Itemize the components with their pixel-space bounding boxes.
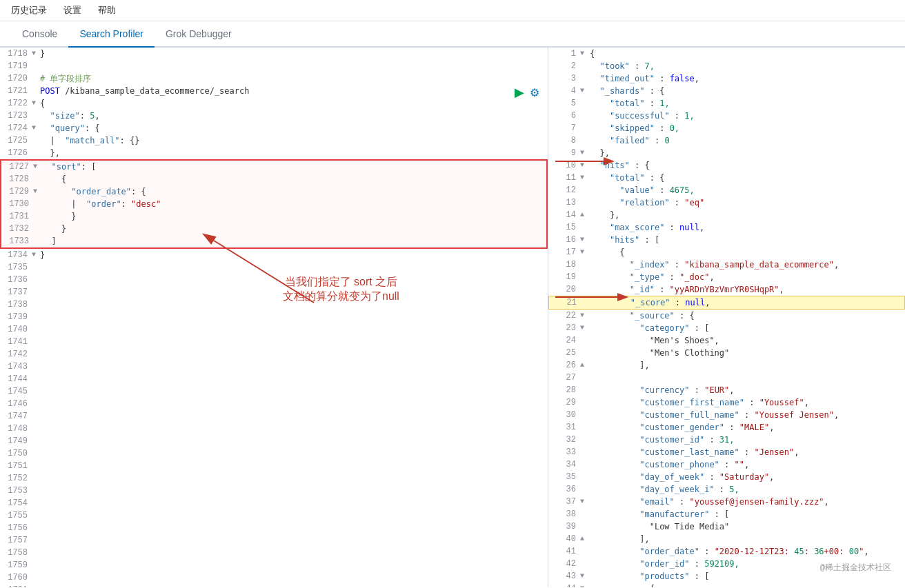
json-line-37: 37 ▼ "email" : "youssef@jensen-family.zz… <box>548 496 905 508</box>
json-line-31: 31 "customer_gender" : "MALE", <box>548 421 905 434</box>
code-line-1726: 1726 }, <box>0 147 548 159</box>
json-line-24: 24 "Men's Shoes", <box>548 334 905 347</box>
json-line-14: 14 ▲ }, <box>548 209 905 221</box>
tab-grok-debugger[interactable]: Grok Debugger <box>155 21 243 48</box>
json-line-12: 12 "value" : 4675, <box>548 184 905 196</box>
json-line-33: 33 "customer_last_name" : "Jensen", <box>548 446 905 458</box>
json-line-38: 38 "manufacturer" : [ <box>548 508 905 520</box>
json-line-35: 35 "day_of_week" : "Saturday", <box>548 471 905 483</box>
code-line-1718: 1718 ▼ } <box>0 48 548 60</box>
main-content: 1718 ▼ } 1719 1720 # 单字段排序 1721 POST /ki… <box>0 48 905 587</box>
json-line-2: 2 "took" : 7, <box>548 60 905 72</box>
code-line-1722: 1722 ▼ { <box>0 97 548 110</box>
code-line-1747: 1747 <box>0 410 548 423</box>
json-line-11: 11 ▼ "total" : { <box>548 172 905 184</box>
json-line-4: 4 ▼ "_shards" : { <box>548 85 905 97</box>
json-line-26: 26 ▲ ], <box>548 359 905 372</box>
json-line-32: 32 "customer_id" : 31, <box>548 434 905 446</box>
code-line-1724: 1724 ▼ "query": { <box>0 122 548 134</box>
json-line-39: 39 "Low Tide Media" <box>548 520 905 533</box>
code-line-1757: 1757 <box>0 534 548 547</box>
code-line-1727: 1727 ▼ "sort": [ <box>0 159 548 173</box>
tab-bar: Console Search Profiler Grok Debugger <box>0 21 905 48</box>
json-line-44: 44 ▼ { <box>548 582 905 587</box>
code-line-1749: 1749 <box>0 435 548 447</box>
watermark: @稀土掘金技术社区 <box>820 562 891 574</box>
code-line-1746: 1746 <box>0 398 548 410</box>
code-line-1761: 1761 <box>0 584 548 587</box>
tab-console[interactable]: Console <box>11 21 68 48</box>
code-line-1733: 1733 ] <box>0 235 548 249</box>
json-line-41: 41 "order_date" : "2020-12-12T23: 45: 36… <box>548 545 905 558</box>
json-line-20: 20 "_id" : "yyARDnYBzVmrYR0SHqpR", <box>548 283 905 296</box>
code-line-1752: 1752 <box>0 472 548 485</box>
json-line-23: 23 ▼ "category" : [ <box>548 322 905 334</box>
json-output-content[interactable]: 1 ▼ { 2 "took" : 7, 3 "timed_out" : fals… <box>548 48 905 587</box>
code-line-1720: 1720 # 单字段排序 <box>0 72 548 85</box>
code-line-1759: 1759 <box>0 559 548 571</box>
json-line-13: 13 "relation" : "eq" <box>548 196 905 209</box>
code-line-1748: 1748 <box>0 423 548 435</box>
json-line-16: 16 ▼ "hits" : [ <box>548 234 905 246</box>
code-editor-content[interactable]: 1718 ▼ } 1719 1720 # 单字段排序 1721 POST /ki… <box>0 48 548 587</box>
json-line-15: 15 "max_score" : null, <box>548 221 905 234</box>
editor-toolbar: ▶ ⚙ <box>515 85 539 100</box>
code-line-1734: 1734 ▼ } <box>0 249 548 261</box>
menu-settings[interactable]: 设置 <box>61 3 84 18</box>
code-line-1753: 1753 <box>0 485 548 497</box>
code-line-1758: 1758 <box>0 547 548 559</box>
code-line-1721: 1721 POST /kibana_sample_data_ecommerce/… <box>0 85 548 97</box>
code-line-1760: 1760 <box>0 571 548 584</box>
code-line-1751: 1751 <box>0 460 548 472</box>
tab-search-profiler[interactable]: Search Profiler <box>68 21 155 48</box>
code-line-1730: 1730 | "order": "desc" <box>0 198 548 210</box>
code-line-1740: 1740 <box>0 323 548 336</box>
json-line-36: 36 "day_of_week_i" : 5, <box>548 483 905 496</box>
code-line-1754: 1754 <box>0 497 548 509</box>
code-line-1739: 1739 <box>0 311 548 323</box>
code-line-1756: 1756 <box>0 522 548 534</box>
code-line-1725: 1725 | "match_all": {} <box>0 134 548 147</box>
code-line-1731: 1731 } <box>0 210 548 223</box>
code-line-1742: 1742 <box>0 348 548 361</box>
menu-help[interactable]: 帮助 <box>95 3 119 18</box>
json-line-6: 6 "successful" : 1, <box>548 110 905 122</box>
json-line-29: 29 "customer_first_name" : "Youssef", <box>548 396 905 409</box>
menu-bar: 历史记录 设置 帮助 <box>0 0 905 21</box>
json-line-3: 3 "timed_out" : false, <box>548 72 905 85</box>
code-line-1737: 1737 <box>0 286 548 298</box>
code-line-1736: 1736 <box>0 274 548 286</box>
json-line-21: 21 "_score" : null, <box>548 296 905 310</box>
json-line-19: 19 "_type" : "_doc", <box>548 271 905 283</box>
run-button[interactable]: ▶ <box>515 85 524 100</box>
code-line-1744: 1744 <box>0 373 548 385</box>
json-line-17: 17 ▼ { <box>548 246 905 258</box>
code-line-1719: 1719 <box>0 60 548 72</box>
json-line-10: 10 ▼ "hits" : { <box>548 159 905 172</box>
json-line-9: 9 ▼ }, <box>548 147 905 159</box>
json-line-18: 18 "_index" : "kibana_sample_data_ecomme… <box>548 258 905 271</box>
code-line-1732: 1732 } <box>0 223 548 235</box>
json-line-27: 27 <box>548 372 905 384</box>
json-line-8: 8 "failed" : 0 <box>548 134 905 147</box>
code-line-1729: 1729 ▼ "order_date": { <box>0 185 548 198</box>
json-line-5: 5 "total" : 1, <box>548 97 905 110</box>
code-line-1728: 1728 { <box>0 173 548 185</box>
json-line-1: 1 ▼ { <box>548 48 905 60</box>
code-line-1738: 1738 <box>0 298 548 311</box>
settings-icon[interactable]: ⚙ <box>530 86 539 99</box>
code-line-1750: 1750 <box>0 447 548 460</box>
code-line-1745: 1745 <box>0 385 548 398</box>
code-line-1723: 1723 "size": 5, <box>0 110 548 122</box>
code-line-1743: 1743 <box>0 361 548 373</box>
code-editor[interactable]: 1718 ▼ } 1719 1720 # 单字段排序 1721 POST /ki… <box>0 48 548 587</box>
code-line-1741: 1741 <box>0 336 548 348</box>
json-line-40: 40 ▲ ], <box>548 533 905 545</box>
json-line-34: 34 "customer_phone" : "", <box>548 458 905 471</box>
json-line-25: 25 "Men's Clothing" <box>548 347 905 359</box>
code-line-1755: 1755 <box>0 509 548 522</box>
left-panel: 1718 ▼ } 1719 1720 # 单字段排序 1721 POST /ki… <box>0 48 548 587</box>
json-line-22: 22 ▼ "_source" : { <box>548 310 905 322</box>
json-line-28: 28 "currency" : "EUR", <box>548 384 905 396</box>
menu-history[interactable]: 历史记录 <box>8 3 50 18</box>
